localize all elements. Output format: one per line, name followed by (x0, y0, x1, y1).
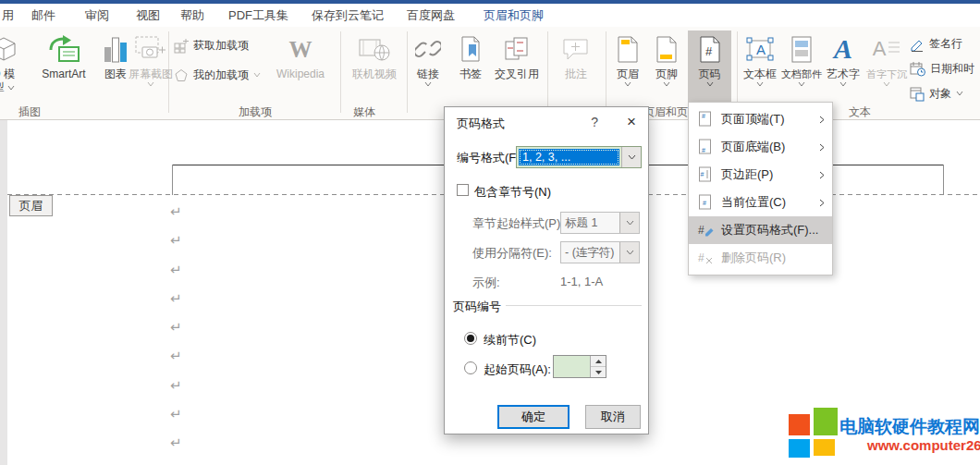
tab-reference-partial[interactable]: 用 (2, 4, 14, 27)
dialog-help-button[interactable]: ? (591, 115, 598, 129)
footer-button[interactable]: 页脚 (647, 31, 686, 102)
screenshot-button[interactable]: 屏幕截图 (131, 31, 170, 102)
page-number-dropdown-menu: # 页面顶端(T) # 页面底端(B) # 页边距(P) # 当前位置(C) #… (688, 102, 833, 275)
link-button[interactable]: 链接 (409, 31, 447, 102)
flag-orange-pane (789, 414, 810, 435)
triangle-down-icon (595, 371, 602, 374)
windows-flag-logo (789, 408, 838, 460)
group-label-addins: 加载项 (227, 104, 283, 120)
link-chain-icon (415, 31, 441, 67)
online-video-button[interactable]: 联机视频 (348, 31, 401, 102)
flag-blue-pane (789, 439, 810, 458)
chevron-down-icon (883, 82, 890, 87)
comment-button[interactable]: 批注 (551, 31, 601, 102)
wikipedia-button[interactable]: W Wikipedia (271, 31, 330, 102)
chevron-down-icon (756, 82, 764, 87)
flag-yellow-pane (814, 439, 835, 456)
svg-text:#: # (703, 200, 706, 206)
dialog-close-button[interactable]: × (627, 113, 636, 131)
tab-baidu-netdisk[interactable]: 百度网盘 (407, 4, 455, 27)
my-addins-button[interactable]: 我的加载项 (174, 67, 261, 83)
start-at-radio[interactable] (464, 361, 477, 374)
quick-parts-button[interactable]: 文档部件 (782, 31, 821, 102)
object-button[interactable]: 对象 (910, 86, 963, 102)
site-name: 电脑软硬件教程网 (839, 415, 980, 439)
bookmark-button[interactable]: 书签 (451, 31, 490, 102)
menu-item-remove-page-numbers[interactable]: # 删除页码(R) (689, 244, 832, 272)
header-button[interactable]: 页眉 (608, 31, 647, 102)
menu-item-format-page-numbers[interactable]: # 设置页码格式(F)... (689, 216, 832, 244)
spin-down-button[interactable] (591, 367, 606, 377)
svg-text:#: # (702, 113, 705, 119)
paragraph-mark: ↵ (170, 371, 182, 399)
signature-pencil-icon (910, 37, 925, 52)
svg-text:#: # (698, 251, 704, 264)
menu-item-bottom-of-page[interactable]: # 页面底端(B) (689, 133, 832, 161)
3d-models-button[interactable]: D 模 型 (0, 31, 30, 102)
tab-save-to-cloud-notes[interactable]: 保存到云笔记 (312, 4, 384, 27)
cancel-button[interactable]: 取消 (585, 405, 641, 429)
include-chapter-label: 包含章节号(N) (474, 184, 551, 201)
continue-from-previous-radio[interactable] (464, 332, 477, 345)
page-number-format-dialog: 页码格式 ? × 编号格式(F): 1, 2, 3, ... 包含章节号(N) … (444, 106, 649, 434)
page-number-button[interactable]: # 页码 (688, 31, 731, 102)
smartart-button[interactable]: SmartArt (28, 31, 100, 102)
numbering-group-label: 页码编号 (453, 299, 501, 315)
number-format-label: 编号格式(F): (457, 150, 523, 166)
chevron-down-icon (147, 82, 154, 87)
chart-button[interactable]: 图表 (98, 31, 133, 102)
signature-line-button[interactable]: 签名行 (910, 36, 962, 52)
ribbon-tab-bar: 用 邮件 审阅 视图 帮助 PDF工具集 保存到云笔记 百度网盘 页眉和页脚 (0, 4, 980, 27)
include-chapter-checkbox[interactable] (457, 184, 469, 196)
tab-pdf-tools[interactable]: PDF工具集 (228, 4, 288, 27)
smartart-label: SmartArt (42, 67, 85, 80)
combo-dropdown-button[interactable] (621, 147, 641, 167)
wikipedia-icon: W (289, 31, 312, 67)
separator-combobox[interactable]: - (连字符) (560, 241, 640, 263)
menu-item-top-of-page[interactable]: # 页面顶端(T) (689, 105, 832, 133)
screenshot-camera-icon (135, 31, 166, 67)
drop-cap-icon: A (873, 31, 901, 67)
paragraph-mark: ↵ (170, 197, 182, 226)
svg-text:#: # (698, 224, 704, 237)
tab-header-footer-active[interactable]: 页眉和页脚 (484, 4, 544, 27)
combo-dropdown-button[interactable] (619, 213, 639, 233)
group-separator (340, 31, 341, 113)
paragraph-mark: ↵ (170, 341, 182, 370)
chevron-down-icon (626, 220, 634, 226)
svg-text:#: # (702, 147, 705, 153)
start-at-field[interactable] (554, 356, 590, 377)
calendar-clock-icon (910, 62, 925, 77)
date-time-button[interactable]: 日期和时 (910, 61, 974, 77)
tab-help[interactable]: 帮助 (180, 4, 204, 27)
3d-models-label-line1: D 模 (0, 67, 15, 80)
date-time-label: 日期和时 (930, 61, 974, 77)
cross-reference-button[interactable]: 交叉引用 (490, 31, 544, 102)
spin-up-button[interactable] (591, 356, 606, 367)
comment-bubble-icon (562, 31, 590, 67)
quick-parts-label: 文档部件 (781, 67, 822, 80)
3d-models-label-line2: 型 (0, 80, 5, 93)
menu-item-current-position[interactable]: # 当前位置(C) (689, 189, 832, 216)
page-number-icon: # (699, 31, 721, 67)
tab-mailings[interactable]: 邮件 (31, 4, 55, 27)
page-number-margin-icon: # (697, 166, 714, 183)
example-value: 1-1, 1-A (560, 275, 603, 288)
ok-button[interactable]: 确定 (497, 405, 570, 429)
number-format-combobox[interactable]: 1, 2, 3, ... (516, 146, 642, 168)
separator-label: 使用分隔符(E): (472, 245, 552, 262)
tab-review[interactable]: 审阅 (85, 4, 109, 27)
chapter-style-combobox[interactable]: 标题 1 (560, 212, 640, 234)
get-addins-button[interactable]: 获取加载项 (174, 38, 249, 54)
site-url: www.computer26.com (867, 437, 980, 453)
combo-dropdown-button[interactable] (619, 242, 639, 263)
svg-text:#: # (705, 44, 713, 58)
start-at-spinner[interactable] (553, 355, 606, 378)
menu-item-page-margins[interactable]: # 页边距(P) (689, 161, 832, 189)
tab-view[interactable]: 视图 (136, 4, 160, 27)
wordart-button[interactable]: A 艺术字 (821, 31, 865, 102)
textbox-button[interactable]: A 文本框 (738, 31, 782, 102)
drop-cap-button[interactable]: A 首字下沉 (865, 31, 908, 102)
page-number-label: 页码 (699, 67, 721, 80)
wordart-icon: A (834, 31, 852, 67)
